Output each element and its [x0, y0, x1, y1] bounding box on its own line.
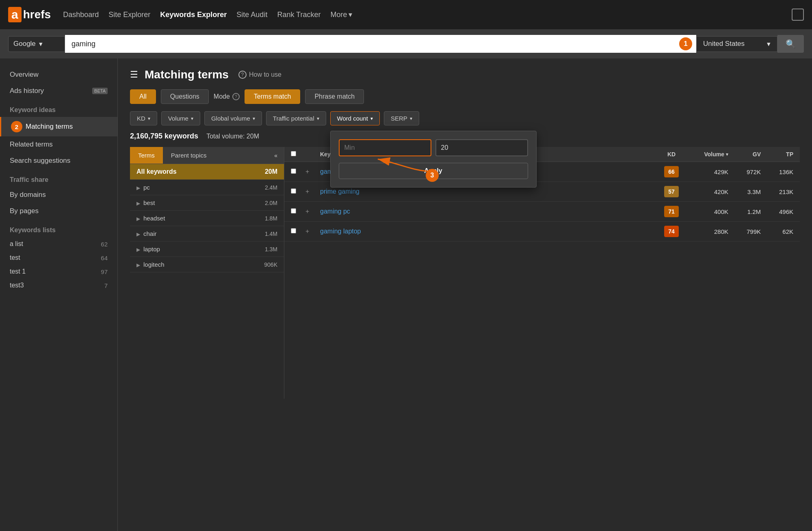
list-name-test: test: [10, 254, 20, 261]
engine-select[interactable]: Google ▾: [8, 36, 65, 52]
all-keywords-item[interactable]: All keywords 20M: [130, 164, 284, 180]
list-count-test1: 97: [101, 268, 108, 275]
keyword-link[interactable]: gaming pc: [320, 208, 655, 215]
add-keyword-button[interactable]: +: [305, 188, 320, 195]
country-select[interactable]: United States ▾: [696, 36, 777, 52]
nav-dashboard[interactable]: Dashboard: [63, 11, 99, 19]
expand-icon: ▶: [136, 216, 140, 222]
volume-value: 420K: [688, 188, 728, 195]
content-area: ☰ Matching terms ? How to use All Questi…: [118, 58, 812, 531]
traffic-share-section-title: Traffic share: [0, 169, 117, 187]
keywords-lists-section-title: Keywords lists: [0, 219, 117, 237]
list-name-test3: test3: [10, 282, 24, 289]
volume-value: 400K: [688, 208, 728, 215]
row-checkbox[interactable]: [291, 168, 296, 174]
sidebar-list-item-test3[interactable]: test3 7: [0, 278, 117, 292]
left-panel-tabs: Terms Parent topics «: [130, 147, 284, 164]
gv-value: 972K: [728, 168, 761, 175]
filter-volume[interactable]: Volume ▾: [161, 111, 200, 125]
kw-count: 1.3M: [265, 246, 277, 253]
kw-item-logitech[interactable]: ▶logitech 906K: [130, 257, 284, 272]
lp-tab-terms[interactable]: Terms: [130, 147, 163, 164]
filter-serp[interactable]: SERP ▾: [384, 111, 419, 125]
traffic-chevron-icon: ▾: [317, 116, 319, 121]
keyword-link[interactable]: gaming laptop: [320, 228, 655, 235]
kw-item-chair[interactable]: ▶chair 1.4M: [130, 226, 284, 242]
row-checkbox[interactable]: [291, 228, 296, 233]
left-panel: Terms Parent topics « All keywords 20M ▶…: [130, 147, 284, 399]
sidebar-list-item-test[interactable]: test 64: [0, 251, 117, 265]
expand-icon: ▶: [136, 231, 140, 237]
sidebar-item-matching-terms[interactable]: 2 Matching terms: [0, 117, 117, 136]
apply-button[interactable]: Apply: [339, 163, 528, 179]
th-kd: KD: [655, 151, 688, 158]
kw-item-headset[interactable]: ▶headset 1.8M: [130, 211, 284, 226]
tab-terms-match[interactable]: Terms match: [245, 89, 301, 104]
kd-badge: 57: [664, 186, 679, 197]
keyword-link[interactable]: prime gaming: [320, 188, 655, 195]
add-keyword-button[interactable]: +: [305, 168, 320, 175]
kw-item-best[interactable]: ▶best 2.0M: [130, 195, 284, 211]
sidebar-item-overview[interactable]: Overview: [0, 67, 117, 83]
matching-terms-label: Matching terms: [26, 123, 73, 131]
sidebar-item-by-pages[interactable]: By pages: [0, 203, 117, 219]
how-to-use-button[interactable]: ? How to use: [235, 69, 285, 80]
row-checkbox[interactable]: [291, 188, 296, 194]
tab-phrase-match[interactable]: Phrase match: [305, 89, 364, 104]
ads-history-label: Ads history: [10, 87, 44, 95]
tab-questions[interactable]: Questions: [161, 89, 209, 104]
logo[interactable]: a hrefs: [8, 7, 51, 22]
hamburger-icon[interactable]: ☰: [130, 69, 138, 80]
engine-chevron-icon: ▾: [39, 40, 43, 48]
add-keyword-button[interactable]: +: [305, 228, 320, 235]
tp-value: 62K: [761, 228, 793, 235]
kw-item-pc[interactable]: ▶pc 2.4M: [130, 180, 284, 195]
word-count-min-input[interactable]: [339, 139, 431, 156]
row-checkbox[interactable]: [291, 208, 296, 214]
th-volume[interactable]: Volume ▾: [688, 151, 728, 158]
step-1-badge: 1: [679, 37, 692, 50]
search-button[interactable]: 🔍: [777, 35, 804, 53]
logo-a-letter: a: [8, 7, 22, 22]
tab-all[interactable]: All: [130, 89, 156, 104]
nav-keywords-explorer[interactable]: Keywords Explorer: [160, 11, 227, 19]
page-title: Matching terms: [145, 68, 229, 81]
nav-more[interactable]: More ▾: [330, 10, 352, 19]
help-circle-icon: ?: [238, 71, 247, 79]
nav-rank-tracker[interactable]: Rank Tracker: [277, 11, 320, 19]
nav-links: Dashboard Site Explorer Keywords Explore…: [63, 10, 352, 19]
table-row: + gaming pc 71 400K 1.2M 496K: [284, 202, 800, 222]
filter-word-count[interactable]: Word count ▾: [330, 111, 380, 125]
kw-term: chair: [143, 230, 157, 237]
mode-help-icon[interactable]: ?: [232, 93, 240, 100]
volume-value: 429K: [688, 168, 728, 175]
beta-badge: BETA: [92, 88, 108, 94]
gv-value: 1.2M: [728, 208, 761, 215]
sidebar-item-by-domains[interactable]: By domains: [0, 187, 117, 203]
collapse-button[interactable]: «: [268, 147, 284, 164]
filter-traffic-potential[interactable]: Traffic potential ▾: [266, 111, 326, 125]
search-input[interactable]: [71, 40, 690, 48]
add-keyword-button[interactable]: +: [305, 208, 320, 215]
sidebar-item-search-suggestions[interactable]: Search suggestions: [0, 153, 117, 169]
logo-text: hrefs: [23, 8, 51, 21]
kw-count: 906K: [264, 261, 277, 268]
nav-site-explorer[interactable]: Site Explorer: [108, 11, 150, 19]
word-count-max-input[interactable]: [435, 139, 528, 156]
list-count-test: 64: [101, 255, 108, 261]
select-all-checkbox[interactable]: [291, 151, 296, 156]
sidebar-item-related-terms[interactable]: Related terms: [0, 136, 117, 153]
lp-tab-parent-topics[interactable]: Parent topics: [163, 147, 215, 164]
filter-global-volume[interactable]: Global volume ▾: [204, 111, 262, 125]
kd-badge: 71: [664, 206, 679, 217]
window-icon[interactable]: [792, 9, 804, 21]
sidebar-list-item-alist[interactable]: a list 62: [0, 237, 117, 251]
sidebar-list-item-test1[interactable]: test 1 97: [0, 265, 117, 278]
kw-item-laptop[interactable]: ▶laptop 1.3M: [130, 242, 284, 257]
sidebar-item-ads-history[interactable]: Ads history BETA: [0, 83, 117, 99]
expand-icon: ▶: [136, 185, 140, 191]
filter-kd[interactable]: KD ▾: [130, 111, 157, 125]
nav-site-audit[interactable]: Site Audit: [236, 11, 267, 19]
results-total-volume: Total volume: 20M: [206, 133, 259, 140]
expand-icon: ▶: [136, 201, 140, 206]
